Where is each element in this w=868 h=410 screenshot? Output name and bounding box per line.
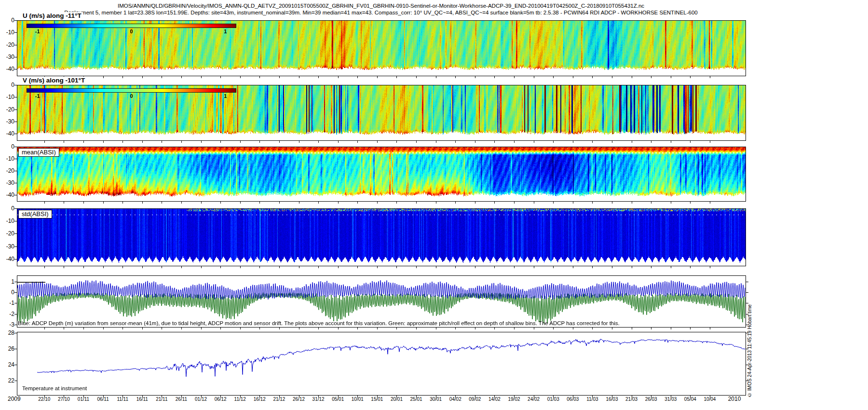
std-absi-heatmap <box>17 209 746 266</box>
v-panel-title: V (m/s) along -101°T <box>21 77 86 84</box>
std-absi-panel <box>17 208 746 266</box>
x-tick-label: 06/12 <box>210 396 231 402</box>
figure-title-line1: IMOS/ANMN/QLD/GBRHIN/Velocity/IMOS_ANMN-… <box>17 3 745 9</box>
x-tick-label: 05/04 <box>679 396 701 402</box>
x-tick-label: 27/10 <box>53 396 74 402</box>
v-velocity-panel <box>17 85 746 141</box>
x-tick-label: 31/03 <box>660 396 681 402</box>
x-tick-label: 31/12 <box>308 396 329 402</box>
x-tick-label: 30/01 <box>425 396 447 402</box>
colorbar-tick-label: 1 <box>224 28 227 34</box>
x-tick-label: 25/01 <box>406 396 427 402</box>
y-tick-label: -3 <box>0 321 14 328</box>
x-tick-label: 15/01 <box>366 396 388 402</box>
x-tick-label: 01/12 <box>190 396 212 402</box>
x-tick-label: 26/11 <box>171 396 192 402</box>
x-tick-label: 10/04 <box>699 396 720 402</box>
y-tick-label: -30 <box>0 243 14 250</box>
v-colorbar: -101 <box>27 88 236 93</box>
y-tick-label: 1 <box>0 278 14 285</box>
x-tick-label: 21/12 <box>269 396 290 402</box>
u-velocity-heatmap <box>17 21 746 76</box>
u-velocity-panel <box>17 20 746 76</box>
y-tick-label: -40 <box>0 66 14 72</box>
year-start-label: 2009 <box>8 396 21 402</box>
x-tick-label: 04/02 <box>445 396 466 402</box>
y-tick-label: -40 <box>0 256 14 262</box>
y-tick-label: -10 <box>0 94 14 100</box>
x-tick-label: 26/03 <box>640 396 662 402</box>
depth-variation-annotation: Blue: ADCP Depth (m) variation from sens… <box>18 320 620 326</box>
x-tick-label: 24/02 <box>523 396 544 402</box>
y-tick-label: -30 <box>0 118 14 125</box>
x-tick-label: 16/12 <box>249 396 270 402</box>
y-tick-label: 0 <box>0 205 14 212</box>
figure: IMOS/ANMN/QLD/GBRHIN/Velocity/IMOS_ANMN-… <box>0 0 868 410</box>
u-panel-title: U (m/s) along -11°T <box>21 12 83 19</box>
colorbar-tick-label: -1 <box>35 28 40 34</box>
x-tick-label: 11/03 <box>582 396 603 402</box>
y-tick-label: -10 <box>0 155 14 162</box>
y-tick-label: -10 <box>0 218 14 224</box>
x-tick-label: 05/01 <box>327 396 349 402</box>
mean-absi-heatmap <box>17 147 746 201</box>
x-tick-label: 14/02 <box>484 396 505 402</box>
x-tick-label: 22/10 <box>34 396 55 402</box>
y-tick-label: -1 <box>0 300 14 306</box>
x-tick-label: 09/02 <box>464 396 486 402</box>
y-tick-label: -30 <box>0 54 14 60</box>
x-tick-label: 21/03 <box>621 396 642 402</box>
y-tick-label: -20 <box>0 167 14 174</box>
temperature-label: Temperature at instrument <box>22 385 87 391</box>
x-tick-label: 10/01 <box>347 396 368 402</box>
y-tick-label: 28 <box>0 329 14 336</box>
y-tick-label: -40 <box>0 191 14 198</box>
y-tick-label: 0 <box>0 82 14 88</box>
temperature-plot <box>17 332 746 395</box>
y-tick-label: -30 <box>0 179 14 186</box>
x-tick-label: 06/11 <box>93 396 114 402</box>
y-tick-label: -2 <box>0 311 14 317</box>
x-tick-label: 16/11 <box>132 396 153 402</box>
x-tick-label: 01/11 <box>73 396 94 402</box>
depth-variation-panel <box>17 275 746 328</box>
figure-title-line2: Deployment 5, member 1 lat=23.38S lon=15… <box>17 10 745 15</box>
colorbar-tick-label: 0 <box>130 93 133 99</box>
x-tick-label: 11/12 <box>230 396 251 402</box>
x-tick-label: 19/02 <box>503 396 525 402</box>
x-tick-label: 11/11 <box>112 396 133 402</box>
y-tick-label: 0 <box>0 143 14 150</box>
colorbar-tick-label: -1 <box>35 93 40 99</box>
colorbar-tick-label: 0 <box>130 28 133 34</box>
temperature-panel <box>17 332 746 396</box>
mean-absi-label: mean(ABSI) <box>18 148 59 157</box>
mean-absi-panel <box>17 147 746 202</box>
y-tick-label: -10 <box>0 29 14 36</box>
u-colorbar: -101 <box>27 24 236 28</box>
depth-variation-plot <box>17 276 746 327</box>
v-velocity-heatmap <box>17 85 746 140</box>
x-tick-label: 21/11 <box>151 396 172 402</box>
y-tick-label: 0 <box>0 17 14 24</box>
y-tick-label: -20 <box>0 230 14 237</box>
y-tick-label: 0 <box>0 289 14 296</box>
x-tick-label: 06/03 <box>562 396 583 402</box>
y-tick-label: -20 <box>0 106 14 113</box>
imos-watermark: © IMOS 24-Apr-2013 11:45:19 Hobart time <box>747 295 754 397</box>
y-tick-label: -20 <box>0 41 14 48</box>
colorbar-tick-label: 1 <box>224 93 227 99</box>
std-absi-label: std(ABSI) <box>18 210 52 219</box>
y-tick-label: -40 <box>0 130 14 137</box>
y-tick-label: 22 <box>0 377 14 384</box>
year-end-label: 2010 <box>723 396 746 402</box>
x-tick-label: 01/03 <box>542 396 564 402</box>
x-tick-label: 20/01 <box>386 396 407 402</box>
x-tick-label: 26/12 <box>288 396 310 402</box>
x-tick-label: 16/03 <box>601 396 623 402</box>
y-tick-label: 24 <box>0 361 14 368</box>
y-tick-label: 26 <box>0 345 14 352</box>
